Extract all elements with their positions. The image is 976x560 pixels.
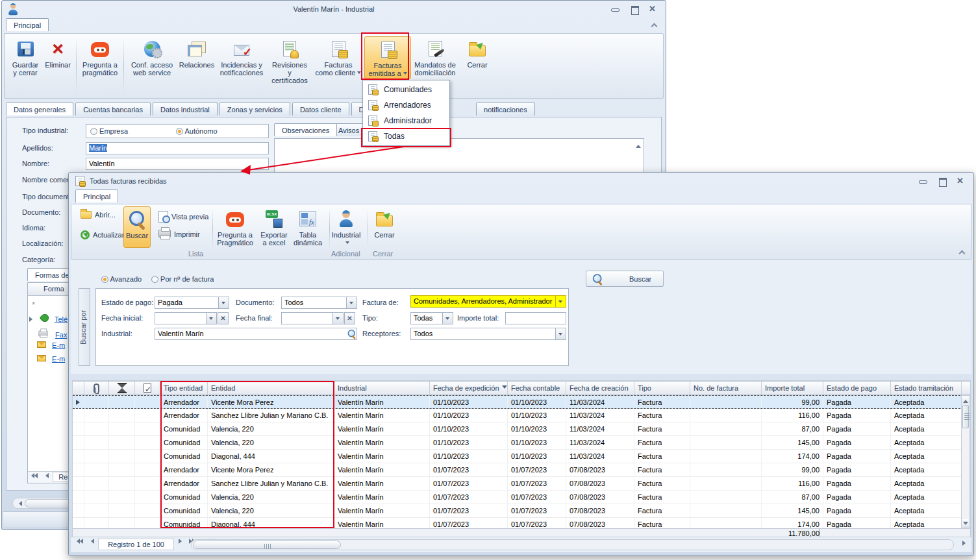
fecha-inicial-select[interactable] [155, 312, 217, 324]
radio-por-numero[interactable]: Por nº de factura [151, 275, 214, 283]
hscroll-right-icon[interactable] [960, 539, 970, 550]
buscar-por-side-tab[interactable]: Buscar por [79, 288, 90, 366]
exportar-excel-button[interactable]: Exportar a excel [257, 206, 291, 248]
back-tab-principal[interactable]: Principal [6, 18, 49, 31]
abrir-button[interactable]: Abrir... [77, 210, 119, 220]
conf-acceso-button[interactable]: Conf. acceso web service [127, 36, 177, 78]
cerrar-button[interactable]: Cerrar [459, 36, 495, 70]
factura-de-select[interactable]: Comunidades, Arrendadores, Administrador [410, 295, 566, 308]
check-column-header[interactable] [135, 382, 160, 395]
record-first-button[interactable] [73, 537, 84, 548]
facturas-cliente-button[interactable]: Facturas como cliente [312, 36, 364, 78]
tipo-select[interactable]: Todas [410, 312, 453, 324]
column-header[interactable]: Fecha contable [508, 382, 566, 395]
search-icon[interactable] [347, 329, 357, 339]
minimize-button[interactable] [610, 5, 620, 13]
attachment-column-header[interactable] [84, 382, 109, 395]
expand-icon[interactable] [29, 317, 35, 322]
industrial-field[interactable]: Valentín Marín [155, 328, 357, 340]
table-vscrollbar[interactable] [961, 395, 970, 528]
collapse-ribbon-icon[interactable] [651, 23, 657, 28]
menu-item[interactable]: Comunidades [364, 82, 448, 97]
back-titlebar[interactable]: Valentín Marín - Industrial ✕ [2, 1, 666, 18]
contact-fax-link[interactable]: Fax [55, 331, 67, 339]
radio-avanzado[interactable]: Avanzado [101, 275, 142, 283]
table-row[interactable]: ArrendadorSanchez Llibre Julian y Marian… [73, 477, 970, 491]
back-page-tab[interactable]: Datos cliente [292, 103, 349, 116]
contact-row[interactable]: E-m [37, 341, 65, 349]
column-header[interactable]: Entidad [208, 382, 334, 395]
table-row[interactable]: ComunidadValencia, 220Valentín Marín 01/… [73, 436, 970, 450]
fecha-final-select[interactable] [281, 312, 344, 324]
back-page-tab[interactable]: notificaciones [476, 103, 535, 116]
contact-telefono-link[interactable]: Telé [55, 315, 68, 323]
column-header[interactable]: Estado de pago [823, 382, 891, 395]
record-next-button[interactable] [176, 537, 186, 548]
importe-total-field[interactable] [505, 312, 566, 324]
back-page-tab[interactable]: Cuentas bancarias [75, 103, 151, 116]
menu-item[interactable]: Todas [364, 128, 448, 144]
tabla-dinamica-button[interactable]: Tabla dinámica [291, 206, 325, 248]
table-row[interactable]: ArrendadorSanchez Llibre Julian y Marian… [73, 409, 970, 422]
forma-column-header[interactable]: Forma [44, 285, 64, 293]
pending-column-header[interactable] [109, 382, 135, 395]
pregunta-pragmatico-button[interactable]: Pregunta a Pragmático [214, 206, 256, 248]
scroll-up-icon[interactable] [636, 142, 641, 148]
eliminar-button[interactable]: Eliminar [42, 36, 73, 70]
back-page-tab[interactable]: Zonas y servicios [219, 103, 290, 116]
documento-select[interactable]: Todos [281, 297, 357, 309]
column-header[interactable]: No. de factura [690, 382, 762, 395]
actualizar-button[interactable]: Actualizar [77, 229, 128, 241]
menu-item[interactable]: Administrador [364, 113, 448, 128]
table-row[interactable]: ComunidadValencia, 220Valentín Marín 01/… [73, 491, 970, 504]
cerrar-ribbon-button[interactable]: Cerrar [369, 206, 400, 240]
maximize-button[interactable] [937, 177, 947, 185]
table-row[interactable]: ArrendadorVicente Mora PerezValentín Mar… [73, 395, 970, 409]
front-tab-principal[interactable]: Principal [75, 189, 118, 202]
incidencias-button[interactable]: Incidencias y notificaciones [216, 36, 267, 78]
industrial-ribbon-button[interactable]: Industrial [330, 206, 362, 248]
table-row[interactable]: ComunidadDiagonal, 444Valentín Marín 01/… [73, 450, 970, 463]
contact-row[interactable]: Telé [29, 314, 68, 323]
pregunta-pragmatico-button[interactable]: Pregunta a pragmático [79, 36, 121, 78]
table-row[interactable]: ArrendadorVicente Mora PerezValentín Mar… [73, 463, 970, 477]
contact-email-link[interactable]: E-m [52, 355, 65, 363]
scroll-up-icon[interactable] [962, 396, 969, 404]
nav-first-button[interactable] [28, 472, 38, 483]
front-hscrollbar[interactable] [191, 539, 954, 550]
relaciones-button[interactable]: Relaciones [177, 36, 216, 70]
buscar-button[interactable]: Buscar [586, 271, 664, 287]
contact-row[interactable]: Fax [37, 328, 67, 339]
table-row[interactable]: ComunidadValencia, 220Valentín Marín 01/… [73, 504, 970, 518]
column-header[interactable]: Importe total [762, 382, 823, 395]
table-row[interactable]: ComunidadValencia, 220Valentín Marín 01/… [73, 422, 970, 436]
radio-autonomo[interactable]: Autónomo [176, 127, 218, 135]
guardar-cerrar-button[interactable]: Guardar y cerrar [8, 36, 42, 78]
column-header[interactable]: Fecha de creación [566, 382, 634, 395]
column-header[interactable]: Tipo entidad [160, 382, 208, 395]
imprimir-button[interactable]: Imprimir [155, 229, 204, 239]
apellidos-field[interactable]: Marín [86, 142, 269, 154]
receptores-select[interactable]: Todos [410, 328, 566, 340]
back-page-tab[interactable]: Datos industrial [153, 103, 218, 116]
back-page-tab[interactable]: Datos generales [6, 103, 73, 116]
column-header[interactable]: Estado tramitación [891, 382, 962, 395]
fecha-final-clear-button[interactable]: ✕ [344, 312, 355, 324]
buscar-ribbon-button[interactable]: Buscar [123, 206, 151, 248]
front-titlebar[interactable]: Todas facturas recibidas ✕ [69, 173, 973, 189]
close-button[interactable]: ✕ [649, 5, 659, 13]
column-header-sorted[interactable]: Fecha de expedición [430, 382, 508, 395]
collapse-ribbon-icon[interactable] [959, 250, 964, 255]
nombre-field[interactable]: Valentín [86, 158, 269, 170]
close-button[interactable]: ✕ [957, 177, 967, 185]
estado-pago-select[interactable]: Pagada [155, 297, 229, 309]
restore-button[interactable] [629, 5, 640, 13]
facturas-emitidas-button[interactable]: Facturas emitidas a [364, 36, 411, 79]
contact-row[interactable]: E-m [37, 355, 65, 363]
column-header[interactable]: Industrial [334, 382, 430, 395]
table-row[interactable]: ComunidadDiagonal, 444Valentín Marín 01/… [73, 518, 970, 528]
tab-observaciones[interactable]: Observaciones [274, 123, 337, 136]
nav-prev-button[interactable] [40, 472, 51, 483]
menu-item[interactable]: Arrendadores [364, 97, 448, 113]
revisiones-button[interactable]: Revisiones y certificados [267, 36, 312, 86]
